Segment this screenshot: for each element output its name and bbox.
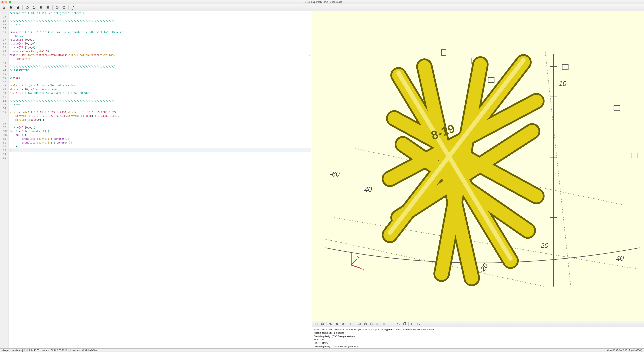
undo-button[interactable] [24,5,30,10]
zoom-fit-icon[interactable] [328,321,334,326]
svg-text:10: 10 [419,324,420,325]
console-line: ECHO: 45 [314,338,642,341]
show-axes-icon[interactable] [410,321,416,326]
preview-icon[interactable] [314,321,319,326]
unindent-button[interactable] [38,5,44,10]
svg-rect-17 [631,153,637,158]
window-title: 8_19_HyperbolicTorus_recode.scad [302,1,342,3]
export-stl-button[interactable]: STL [70,5,76,10]
svg-rect-15 [488,77,494,83]
console-line: ECHO: 91125 [314,341,642,345]
svg-rect-18 [562,64,568,70]
main-toolbar: STL [0,4,644,11]
orthographic-icon[interactable] [402,321,407,326]
axis-tick: 10 [559,80,566,87]
viewport-toolbar: 10 [312,321,644,327]
preview-button[interactable] [54,5,60,10]
axis-tick: 40 [616,255,624,262]
svg-text:x: x [362,267,364,272]
svg-line-39 [351,259,357,265]
svg-line-6 [545,49,571,286]
close-window-button[interactable] [2,1,4,3]
zoom-in-icon[interactable] [334,321,340,326]
perspective-icon[interactable] [396,321,401,326]
show-scale-icon[interactable]: 10 [416,321,422,326]
reset-view-icon[interactable] [348,321,354,326]
svg-text:z: z [348,248,350,253]
view-back-icon[interactable] [387,321,393,326]
maximize-window-button[interactable] [9,1,11,3]
stl-label: STL [72,8,75,10]
viewport-status: Viewport: translate = [ -2.42 9.14 13.55… [2,349,97,352]
svg-rect-13 [442,49,446,55]
console-line: Saved backup file: /Users/lora/Documents… [314,328,642,331]
open-file-button[interactable] [8,5,14,10]
view-bottom-icon[interactable] [369,321,374,326]
axis-gizmo: z x y [348,248,364,272]
save-file-button[interactable] [15,5,21,10]
show-crosshair-icon[interactable] [422,321,428,326]
svg-rect-47 [403,323,405,325]
console-output[interactable]: Saved backup file: /Users/lora/Documents… [312,327,644,348]
view-front-icon[interactable] [381,321,387,326]
3d-viewport[interactable]: -60 -40 -20 20 40 10 [312,11,644,321]
version-status: OpenSCAD 2018.03.17 (git 3e7fbfff) [607,349,642,352]
svg-text:y: y [357,254,359,259]
svg-line-38 [351,265,362,269]
render-button[interactable] [61,5,67,10]
status-bar: Viewport: translate = [ -2.42 9.14 13.55… [0,348,644,352]
console-line: Compiling design (CSG Products generatio… [314,345,642,348]
axis-tick: -20 [478,262,490,275]
line-number-gutter: 3132333435363738394041424344454647484950… [0,11,9,348]
code-area[interactable]: //translate([-10,-10,15]) color("green")… [9,11,312,348]
view-top-icon[interactable] [362,321,368,326]
axis-tick: -40 [362,186,372,193]
render-wireframe-icon[interactable] [320,321,326,326]
svg-rect-49 [424,323,426,325]
svg-rect-16 [614,105,620,111]
code-editor[interactable]: 3132333435363738394041424344454647484950… [0,11,312,348]
view-right-icon[interactable] [356,321,362,326]
indent-button[interactable] [45,5,51,10]
axis-tick: -60 [330,170,340,178]
redo-button[interactable] [31,5,37,10]
view-left-icon[interactable] [375,321,381,326]
console-line: Compiling design (CSG Tree generation)..… [314,335,642,338]
console-line: Module cache size: 1 modules [314,331,642,335]
svg-point-1 [56,6,58,9]
zoom-out-icon[interactable] [340,321,346,326]
axis-tick: 20 [540,242,548,249]
svg-point-43 [315,323,318,325]
titlebar: 8_19_HyperbolicTorus_recode.scad [0,0,644,4]
new-file-button[interactable] [1,5,7,10]
minimize-window-button[interactable] [5,1,7,3]
torus-knot-model: 8-19 [390,60,536,278]
